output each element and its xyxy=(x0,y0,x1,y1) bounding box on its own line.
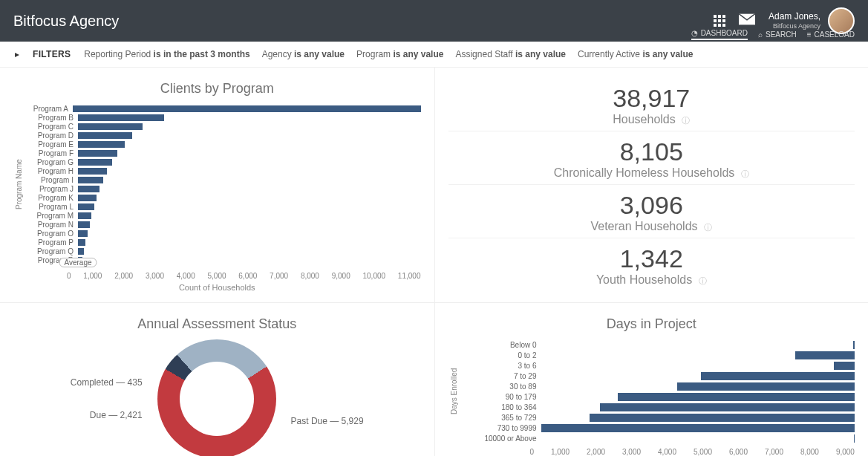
bar xyxy=(834,362,855,370)
nav-search[interactable]: ⌕ SEARCH xyxy=(758,30,797,39)
kpi-value: 1,342 xyxy=(448,244,855,273)
info-icon[interactable]: ⓘ xyxy=(704,223,712,232)
kpi-value: 3,096 xyxy=(448,191,855,220)
bar-row: Program E xyxy=(25,140,421,149)
filters-caret-icon[interactable]: ▸ xyxy=(15,49,19,59)
bar-row: Program L xyxy=(25,202,421,211)
nav-caseload[interactable]: ≡ CASELOAD xyxy=(807,30,855,39)
average-badge: Average xyxy=(59,258,97,267)
category-label: 7 to 29 xyxy=(460,372,541,380)
kpi-value: 38,917 xyxy=(448,84,855,113)
category-label: Program C xyxy=(25,123,78,131)
x-axis-label: Count of Households xyxy=(13,283,421,292)
category-label: Below 0 xyxy=(460,341,541,349)
category-label: Program E xyxy=(25,140,78,149)
mail-icon[interactable] xyxy=(739,13,755,28)
gauge-icon: ◔ xyxy=(691,29,698,37)
filters-label[interactable]: FILTERS xyxy=(33,49,71,59)
panel-title: Clients by Program xyxy=(13,81,421,97)
kpi: 3,096Veteran Households ⓘ xyxy=(448,184,855,238)
info-icon[interactable]: ⓘ xyxy=(682,116,690,125)
category-label: Program M xyxy=(25,212,78,220)
kpi-label: Chronically Homeless Households ⓘ xyxy=(448,166,855,180)
bar xyxy=(78,248,84,255)
category-label: Program I xyxy=(25,176,78,184)
info-icon[interactable]: ⓘ xyxy=(741,169,749,178)
bar-row: 180 to 364 xyxy=(460,402,855,412)
filter-chip[interactable]: Assigned Staff is any value xyxy=(455,49,566,59)
subnav: ◔ DASHBOARD ⌕ SEARCH ≡ CASELOAD xyxy=(0,27,868,42)
bar xyxy=(618,393,855,401)
bar xyxy=(590,414,855,422)
filter-chip[interactable]: Program is any value xyxy=(356,49,443,59)
category-label: Program F xyxy=(25,149,78,157)
bar-row: Program M xyxy=(25,211,421,220)
category-label: Program Q xyxy=(25,247,78,255)
category-label: Program D xyxy=(25,131,78,140)
user-name: Adam Jones, xyxy=(769,11,820,22)
filter-chip[interactable]: Agency is any value xyxy=(262,49,345,59)
legend-due: Due — 2,421 xyxy=(71,410,143,420)
bar-row: Program F xyxy=(25,149,421,157)
panel-clients-by-program: Clients by Program Program Name Program … xyxy=(0,68,434,302)
category-label: Program G xyxy=(25,158,78,166)
category-label: 3 to 6 xyxy=(460,362,541,370)
info-icon[interactable]: ⓘ xyxy=(699,276,707,285)
kpi: 38,917Households ⓘ xyxy=(448,78,855,131)
search-icon: ⌕ xyxy=(758,30,763,39)
kpi-label: Households ⓘ xyxy=(448,113,855,126)
bar xyxy=(78,230,88,237)
bar-row: Program N xyxy=(25,220,421,229)
bar xyxy=(541,424,855,432)
category-label: 180 to 364 xyxy=(460,403,541,411)
bar-row: Program A xyxy=(25,104,421,113)
bar xyxy=(78,141,125,148)
bar xyxy=(78,150,117,157)
panel-title: Annual Assessment Status xyxy=(13,316,421,332)
bar-row: Program O xyxy=(25,229,421,238)
category-label: 30 to 89 xyxy=(460,382,541,391)
category-label: Program A xyxy=(25,105,73,113)
bar xyxy=(677,382,855,391)
bar xyxy=(78,195,97,201)
bar-row: Program D xyxy=(25,131,421,140)
bar xyxy=(853,341,855,349)
bar xyxy=(78,159,112,166)
bar-row: Below 0 xyxy=(460,339,855,350)
filter-chip[interactable]: Reporting Period is in the past 3 months xyxy=(84,49,249,59)
bar xyxy=(78,186,99,192)
bar xyxy=(78,123,143,130)
bar xyxy=(78,114,164,121)
nav-dashboard[interactable]: ◔ DASHBOARD xyxy=(691,29,748,40)
kpi: 1,342Youth Households ⓘ xyxy=(448,238,855,291)
bar xyxy=(78,239,85,246)
category-label: Program L xyxy=(25,203,78,211)
filters-bar: ▸ FILTERS Reporting Period is in the pas… xyxy=(0,42,868,68)
days-in-project-chart: Below 00 to 23 to 67 to 2930 to 8990 to … xyxy=(460,339,855,443)
category-label: 90 to 179 xyxy=(460,393,541,401)
bar xyxy=(78,212,91,219)
bar-row: Program H xyxy=(25,166,421,175)
category-label: Program O xyxy=(25,229,78,238)
kpi-label: Veteran Households ⓘ xyxy=(448,220,855,233)
bar-row: Program G xyxy=(25,157,421,166)
donut-chart xyxy=(157,339,276,456)
bar-row: Program P xyxy=(25,238,421,247)
bar-row: Program I xyxy=(25,175,421,184)
bar-row: 0 to 2 xyxy=(460,350,855,360)
panel-annual-assessment: Annual Assessment Status Completed — 435… xyxy=(0,302,434,456)
category-label: 730 to 9999 xyxy=(460,424,541,432)
category-label: Program J xyxy=(25,185,78,193)
bar xyxy=(78,177,103,183)
clients-by-program-chart: Program AProgram BProgram CProgram DProg… xyxy=(25,104,421,264)
filter-chip[interactable]: Currently Active is any value xyxy=(578,49,693,59)
bar-row: Program C xyxy=(25,122,421,131)
bar xyxy=(78,203,94,210)
category-label: 10000 or Above xyxy=(460,434,541,443)
bar-row: Program K xyxy=(25,193,421,202)
kpi-value: 8,105 xyxy=(448,137,855,166)
apps-icon[interactable] xyxy=(714,15,725,27)
bar-row: Program J xyxy=(25,184,421,193)
bar-row: 365 to 729 xyxy=(460,412,855,423)
bar-row: 730 to 9999 xyxy=(460,423,855,433)
